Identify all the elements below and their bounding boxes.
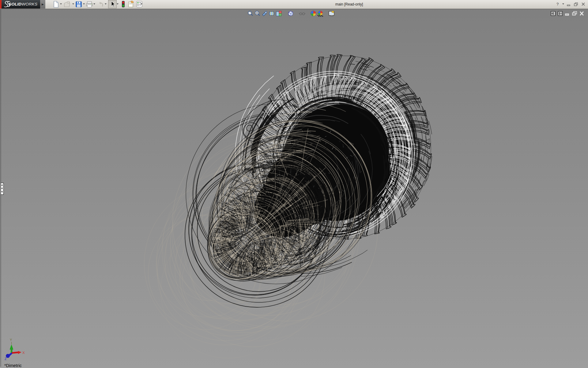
svg-text:Z: Z [5,357,7,361]
svg-text:X: X [22,351,25,355]
svg-text:Y: Y [10,338,12,342]
